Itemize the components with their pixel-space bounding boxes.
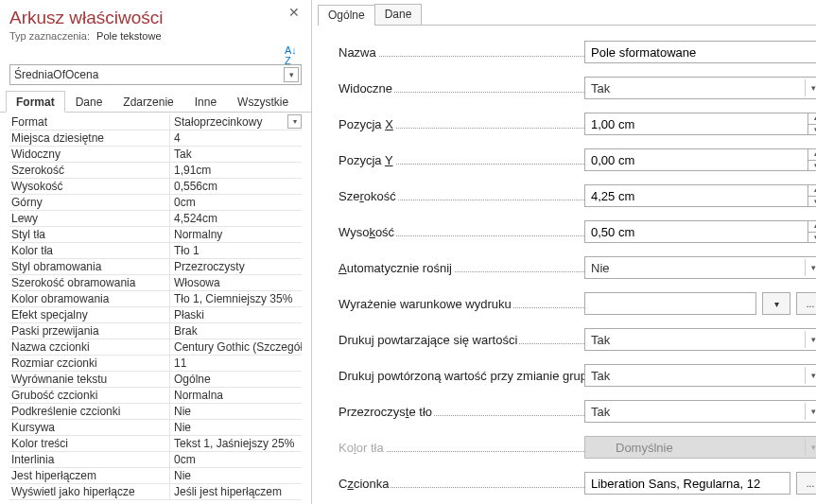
property-value[interactable]: 4,524cm (170, 211, 302, 226)
property-value[interactable]: 1,91cm (170, 163, 302, 178)
property-value[interactable]: 0,556cm (170, 179, 302, 194)
property-value[interactable]: 0cm (170, 195, 302, 210)
chevron-down-icon[interactable]: ▾ (805, 79, 816, 96)
property-row[interactable]: Miejsca dziesiętne4 (9, 130, 302, 147)
property-value[interactable]: Nie (170, 404, 302, 419)
repeat-on-group-combo[interactable]: Tak▾ (584, 364, 816, 387)
width-spinner[interactable]: ▴▾ (807, 184, 816, 207)
height-label: Wysokość (339, 225, 396, 239)
property-label: Jest hiperłączem (9, 468, 170, 483)
tab-dane[interactable]: Dane (65, 91, 113, 113)
rtab-ogólne[interactable]: Ogólne (318, 5, 375, 26)
property-row[interactable]: FormatStałoprzecinkowy▾ (9, 114, 302, 130)
property-label: Miejsca dziesiętne (9, 130, 170, 146)
property-row[interactable]: Efekt specjalnyPłaski (9, 307, 302, 323)
property-row[interactable]: Podkreślenie czcionkiNie (9, 404, 302, 420)
property-value[interactable]: Century Gothic (Szczegół) (170, 339, 302, 355)
height-spinner[interactable]: ▴▾ (807, 220, 816, 243)
property-row[interactable]: Szerokość1,91cm (9, 163, 302, 179)
property-value[interactable]: Tło 1 (170, 243, 302, 258)
repeat-values-combo[interactable]: Tak▾ (584, 328, 816, 351)
chevron-down-icon[interactable]: ▾ (284, 67, 299, 82)
close-icon[interactable]: ✕ (286, 6, 302, 21)
property-value[interactable]: Jeśli jest hiperłączem (170, 484, 302, 499)
font-label: Czcionka (339, 477, 391, 491)
posx-spinner[interactable]: ▴▾ (807, 113, 816, 135)
property-row[interactable]: Szerokość obramowaniaWłosowa (9, 275, 302, 291)
property-row[interactable]: Interlinia0cm (9, 452, 302, 468)
property-value[interactable]: Włosowa (170, 275, 302, 290)
property-row[interactable]: Wyrównanie tekstuOgólne (9, 372, 302, 388)
property-row[interactable]: Kolor treściTekst 1, Jaśniejszy 25% (9, 436, 302, 452)
property-sheet-title: Arkusz właściwości (9, 8, 302, 28)
property-grid: FormatStałoprzecinkowy▾Miejsca dziesiętn… (9, 114, 302, 500)
autogrow-combo[interactable]: Nie▾ (584, 256, 816, 279)
tab-wszystkie[interactable]: Wszystkie (227, 91, 299, 113)
property-label: Podkreślenie czcionki (9, 404, 170, 419)
posy-spinner[interactable]: ▴▾ (807, 148, 816, 171)
property-row[interactable]: Styl tłaNormalny (9, 227, 302, 243)
property-value[interactable]: 4 (170, 130, 302, 146)
property-value[interactable]: 0cm (170, 452, 302, 467)
property-value[interactable]: Nie (170, 420, 302, 435)
property-row[interactable]: Górny0cm (9, 195, 302, 211)
property-row[interactable]: Kolor obramowaniaTło 1, Ciemniejszy 35% (9, 291, 302, 307)
property-value[interactable]: Ogólne (170, 372, 302, 387)
property-tabs: FormatDaneZdarzenieInneWszystkie (0, 91, 311, 113)
tab-format[interactable]: Format (6, 91, 65, 113)
tab-zdarzenie[interactable]: Zdarzenie (113, 91, 183, 113)
print-condition-input[interactable] (584, 292, 756, 315)
property-row[interactable]: Styl obramowaniaPrzezroczysty (9, 259, 302, 275)
property-value[interactable]: Brak (170, 323, 302, 339)
condition-browse-button[interactable]: ... (796, 292, 816, 315)
property-label: Szerokość (9, 163, 170, 178)
property-value[interactable]: Nie (170, 468, 302, 483)
property-value[interactable]: Tło 1, Ciemniejszy 35% (170, 291, 302, 306)
tab-inne[interactable]: Inne (184, 91, 227, 113)
chevron-down-icon[interactable]: ▾ (805, 331, 816, 348)
rtab-dane[interactable]: Dane (374, 4, 423, 25)
property-row[interactable]: Lewy4,524cm (9, 211, 302, 227)
repeat-on-group-label: Drukuj powtórzoną wartość przy zmianie g… (339, 369, 584, 383)
chevron-down-icon[interactable]: ▾ (805, 403, 816, 420)
property-label: Wysokość (9, 179, 170, 194)
property-label: Kursywa (9, 420, 170, 435)
property-row[interactable]: WidocznyTak (9, 147, 302, 163)
chevron-down-icon[interactable]: ▾ (805, 259, 816, 276)
property-row[interactable]: Wyświetl jako hiperłączeJeśli jest hiper… (9, 484, 302, 500)
property-value[interactable]: Tekst 1, Jaśniejszy 25% (170, 436, 302, 451)
chevron-down-icon[interactable]: ▾ (805, 367, 816, 384)
property-row[interactable]: Wysokość0,556cm (9, 179, 302, 195)
property-row[interactable]: Rozmiar czcionki11 (9, 356, 302, 372)
transparent-bg-combo[interactable]: Tak▾ (584, 400, 816, 423)
property-value[interactable]: Stałoprzecinkowy▾ (170, 114, 302, 130)
visible-combo[interactable]: Tak▾ (584, 77, 816, 99)
property-value[interactable]: Normalna (170, 388, 302, 403)
property-row[interactable]: Jest hiperłączemNie (9, 468, 302, 484)
property-value[interactable]: 11 (170, 356, 302, 371)
selection-type-label: Typ zaznaczenia: (9, 30, 90, 42)
posy-input[interactable] (584, 148, 807, 171)
property-value[interactable]: Płaski (170, 307, 302, 322)
property-value[interactable]: Normalny (170, 227, 302, 242)
property-value[interactable]: Przezroczysty (170, 259, 302, 274)
name-input[interactable] (584, 41, 816, 63)
property-row[interactable]: Nazwa czcionkiCentury Gothic (Szczegół) (9, 339, 302, 356)
property-label: Rozmiar czcionki (9, 356, 170, 371)
property-row[interactable]: Grubość czcionkiNormalna (9, 388, 302, 404)
property-label: Interlinia (9, 452, 170, 467)
object-selector[interactable]: ŚredniaOfOcena ▾ (9, 64, 302, 85)
font-input[interactable] (584, 472, 790, 495)
font-browse-button[interactable]: ... (796, 472, 816, 495)
width-input[interactable] (584, 184, 807, 207)
condition-dropdown-button[interactable]: ▾ (762, 292, 790, 315)
property-row[interactable]: Paski przewijaniaBrak (9, 323, 302, 339)
height-input[interactable] (584, 220, 807, 243)
posx-input[interactable] (584, 113, 807, 135)
chevron-down-icon[interactable]: ▾ (287, 114, 302, 129)
property-label: Nazwa czcionki (9, 339, 170, 355)
property-row[interactable]: KursywaNie (9, 420, 302, 436)
sort-az-button[interactable]: A↓Z (285, 45, 302, 62)
property-row[interactable]: Kolor tłaTło 1 (9, 243, 302, 259)
property-value[interactable]: Tak (170, 147, 302, 162)
